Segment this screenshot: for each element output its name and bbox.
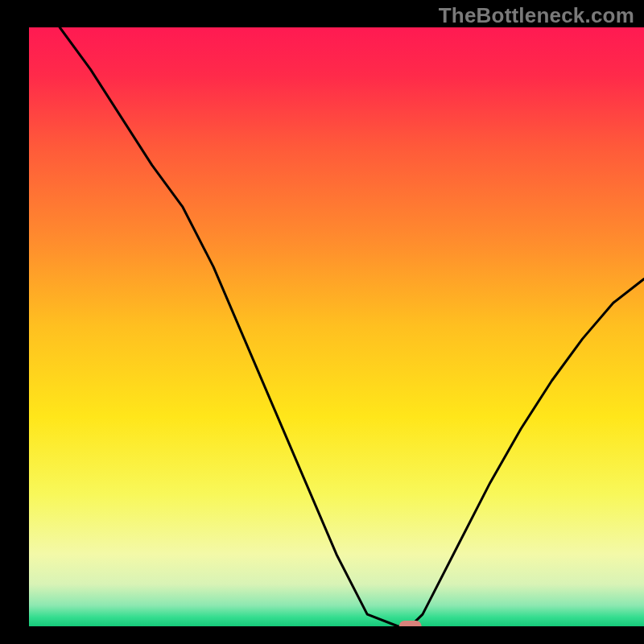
bottleneck-chart: [0, 0, 644, 644]
watermark-text: TheBottleneck.com: [439, 3, 634, 28]
chart-container: TheBottleneck.com: [0, 0, 644, 644]
frame-left: [0, 0, 29, 644]
frame-bottom: [0, 626, 644, 644]
